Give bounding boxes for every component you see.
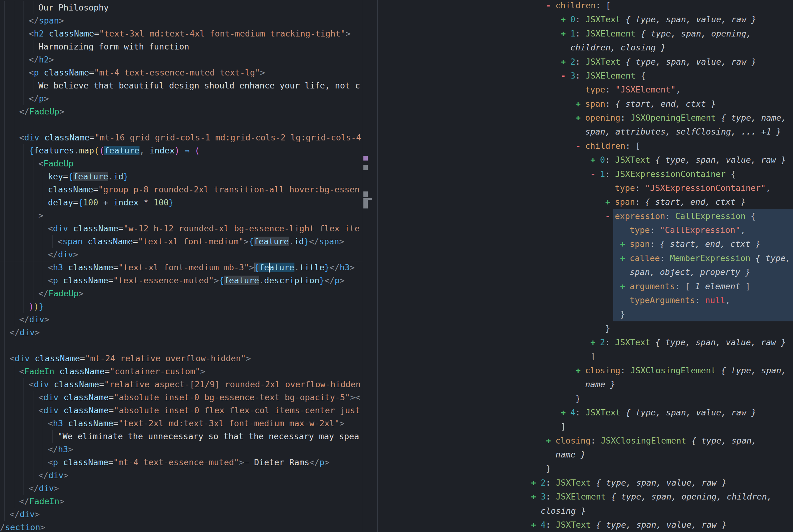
expand-node-icon[interactable]: + (576, 97, 585, 111)
code-line[interactable]: <div className="mt-24 relative overflow-… (0, 352, 363, 365)
code-line[interactable]: </div> (0, 248, 363, 261)
code-line[interactable]: ))} (0, 300, 363, 313)
code-line[interactable]: </FadeUp> (0, 105, 363, 118)
code-line[interactable]: <p className="mt-4 text-essence-muted">—… (0, 456, 363, 469)
ast-line[interactable]: name } (378, 448, 793, 461)
code-line[interactable]: </h2> (0, 53, 363, 66)
expand-node-icon[interactable]: + (576, 111, 585, 125)
code-line[interactable]: <FadeIn className="container-custom"> (0, 365, 363, 378)
code-line[interactable]: </div> (0, 313, 363, 326)
code-line[interactable]: <FadeUp (0, 157, 363, 170)
ast-line[interactable]: children, closing } (378, 40, 793, 54)
ast-line[interactable]: -1: JSXExpressionContainer { (378, 167, 793, 181)
code-line[interactable]: className="group p-8 rounded-2xl transit… (0, 183, 363, 196)
ast-line[interactable]: } (378, 321, 793, 335)
ast-line[interactable]: -children: [ (378, 139, 793, 153)
ast-line[interactable]: -children: [ (378, 0, 793, 12)
collapse-node-icon[interactable]: - (561, 69, 570, 82)
code-line[interactable]: <h3 className="text-2xl md:text-3xl font… (0, 417, 363, 430)
ast-line[interactable]: -3: JSXElement { (378, 69, 793, 82)
expand-node-icon[interactable]: + (605, 195, 615, 209)
ast-line[interactable]: +span: { start, end, ctxt } (378, 195, 793, 209)
code-line[interactable]: "We eliminate the unnecessary so that th… (0, 430, 363, 443)
ast-line[interactable]: type: "JSXElement", (378, 82, 793, 96)
code-line[interactable]: <div className="absolute inset-0 flex fl… (0, 404, 363, 417)
code-line[interactable]: </span> (0, 14, 363, 27)
expand-node-icon[interactable]: + (531, 490, 541, 504)
ast-line[interactable]: +callee: MemberExpression { type, (378, 251, 793, 265)
code-line[interactable]: </p> (0, 92, 363, 105)
expand-node-icon[interactable]: + (561, 55, 570, 69)
ast-line[interactable]: +0: JSXText { type, span, value, raw } (378, 153, 793, 167)
ast-line[interactable]: ] (378, 349, 793, 363)
ast-line[interactable]: +2: JSXText { type, span, value, raw } (378, 476, 793, 490)
code-line[interactable]: </div> (0, 469, 363, 482)
code-line-blank[interactable] (0, 118, 363, 131)
code-line-blank[interactable] (0, 339, 363, 352)
expand-node-icon[interactable]: + (620, 279, 630, 293)
ast-line[interactable]: -expression: CallExpression { (378, 209, 793, 223)
code-line[interactable]: <h3 className="text-xl font-medium mb-3"… (0, 261, 363, 274)
code-line[interactable]: <div className="relative aspect-[21/9] r… (0, 378, 363, 391)
ast-line[interactable]: +4: JSXText { type, span, value, raw } (378, 518, 793, 532)
ast-line[interactable]: +opening: JSXOpeningElement { type, name… (378, 111, 793, 125)
ast-line[interactable]: span, attributes, selfClosing, ... +1 } (378, 125, 793, 138)
code-line[interactable]: </h3> (0, 443, 363, 456)
code-line[interactable]: Harmonizing form with function (0, 40, 363, 53)
ast-line[interactable]: +closing: JSXClosingElement { type, span… (378, 434, 793, 448)
code-line[interactable]: <h2 className="text-3xl md:text-4xl font… (0, 27, 363, 40)
ast-line[interactable]: +closing: JSXClosingElement { type, span… (378, 363, 793, 377)
code-line[interactable]: /section> (0, 521, 363, 532)
collapse-node-icon[interactable]: - (605, 209, 615, 223)
ast-line[interactable]: span, object, property } (378, 265, 793, 279)
code-line[interactable]: Our Philosophy (0, 1, 363, 14)
ast-line[interactable]: +4: JSXText { type, span, value, raw } (378, 405, 793, 419)
expand-node-icon[interactable]: + (561, 12, 570, 26)
expand-node-icon[interactable]: + (546, 434, 556, 448)
ast-line[interactable]: } (378, 307, 793, 321)
collapse-node-icon[interactable]: - (576, 139, 585, 153)
code-line[interactable]: <p className="mt-4 text-essence-muted te… (0, 66, 363, 79)
code-line[interactable]: delay={100 + index * 100} (0, 196, 363, 209)
ast-line[interactable]: +3: JSXElement { type, span, opening, ch… (378, 490, 793, 504)
code-line[interactable]: <div className="w-12 h-12 rounded-xl bg-… (0, 222, 363, 235)
ast-line[interactable]: +2: JSXText { type, span, value, raw } (378, 335, 793, 349)
code-line[interactable]: </div> (0, 508, 363, 521)
ast-line[interactable]: +span: { start, end, ctxt } (378, 97, 793, 111)
code-line[interactable]: <div className="absolute inset-0 bg-esse… (0, 391, 363, 404)
collapse-node-icon[interactable]: - (591, 167, 600, 181)
ast-line[interactable]: type: "JSXExpressionContainer", (378, 181, 793, 195)
ast-line[interactable]: +0: JSXText { type, span, value, raw } (378, 12, 793, 26)
expand-node-icon[interactable]: + (531, 518, 541, 532)
code-line[interactable]: > (0, 209, 363, 222)
code-line[interactable]: </FadeIn> (0, 495, 363, 508)
expand-node-icon[interactable]: + (591, 153, 600, 167)
code-line[interactable]: key={feature.id} (0, 170, 363, 183)
code-line[interactable]: </FadeUp> (0, 287, 363, 300)
ast-line[interactable]: +1: JSXElement { type, span, opening, (378, 26, 793, 40)
ast-line[interactable]: type: "CallExpression", (378, 223, 793, 237)
ast-line[interactable]: } (378, 461, 793, 475)
ast-line[interactable]: closing } (378, 504, 793, 518)
code-line[interactable]: <div className="mt-16 grid grid-cols-1 m… (0, 131, 363, 144)
code-line[interactable]: </div> (0, 326, 363, 339)
code-line[interactable]: <p className="text-essence-muted">{featu… (0, 274, 363, 287)
ast-line[interactable]: } (378, 392, 793, 405)
expand-node-icon[interactable]: + (620, 251, 630, 265)
ast-line[interactable]: +2: JSXText { type, span, value, raw } (378, 55, 793, 69)
expand-node-icon[interactable]: + (561, 405, 570, 419)
collapse-node-icon[interactable]: - (546, 0, 556, 12)
code-line[interactable]: {features.map((feature, index) ⇒ ( (0, 144, 363, 157)
code-line[interactable]: <span className="text-xl font-medium">{f… (0, 235, 363, 248)
expand-node-icon[interactable]: + (576, 363, 585, 377)
expand-node-icon[interactable]: + (561, 26, 570, 40)
expand-node-icon[interactable]: + (620, 237, 630, 251)
overview-ruler[interactable] (363, 0, 363, 532)
code-line[interactable]: We believe that beautiful design should … (0, 79, 363, 92)
ast-line[interactable]: name } (378, 377, 793, 391)
code-line[interactable]: </div> (0, 482, 363, 495)
ast-line[interactable]: +arguments: [ 1 element ] (378, 279, 793, 293)
ast-line[interactable]: ] (378, 419, 793, 433)
ast-tree-panel[interactable]: -children: [+0: JSXText { type, span, va… (378, 0, 793, 532)
code-editor-panel[interactable]: Our Philosophy</span><h2 className="text… (0, 0, 377, 532)
